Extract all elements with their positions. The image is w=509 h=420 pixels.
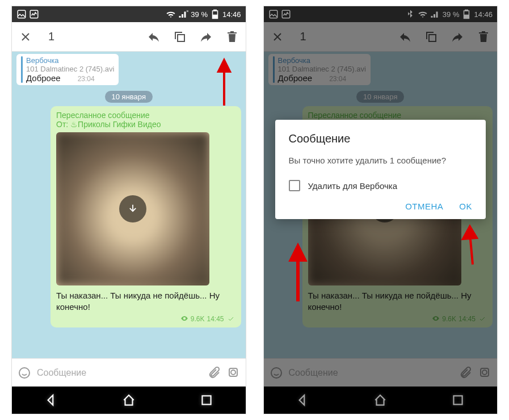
checkbox-label: Удалить для Вербочка [308, 181, 398, 191]
fwd-label: Пересланное сообщение [56, 111, 235, 120]
selection-actionbar: 1 [12, 22, 246, 52]
message-meta: 9.6K 14:45 [56, 314, 235, 324]
mic-icon[interactable] [226, 366, 240, 380]
delete-button[interactable] [224, 29, 240, 45]
forward-button[interactable] [198, 29, 214, 45]
reply-button[interactable] [146, 29, 162, 45]
phone-right: 39 % 14:46 1 Вербочка 101 Dalmatinec 2 (… [263, 6, 498, 414]
phone-left: × 39 % 14:46 1 Вербочка 101 Dalmatinec 2… [11, 6, 246, 414]
msg-time: 14:45 [207, 315, 224, 323]
time-text: 14:46 [222, 10, 241, 19]
ok-button[interactable]: OK [459, 201, 472, 211]
media-preview[interactable] [56, 132, 209, 285]
back-nav[interactable] [37, 390, 65, 410]
delete-dialog: Сообщение Вы точно хотите удалить 1 сооб… [275, 120, 486, 219]
message-input[interactable]: Сообщение [37, 368, 201, 378]
copy-button[interactable] [172, 29, 188, 45]
svg-rect-4 [214, 10, 217, 11]
caption: Ты наказан... Ты никуда не пойдёшь... Ну… [56, 290, 235, 313]
android-navbar [12, 387, 246, 414]
fwd-from: От: ♨Приколы Гифки Видео [56, 120, 235, 129]
checkbox[interactable] [289, 180, 300, 191]
close-button[interactable] [18, 29, 33, 45]
image-icon [16, 9, 27, 19]
dialog-title: Сообщение [289, 132, 473, 145]
forwarded-message[interactable]: Пересланное сообщение От: ♨Приколы Гифки… [51, 106, 241, 327]
cancel-button[interactable]: ОТМЕНА [405, 201, 443, 211]
svg-rect-10 [202, 396, 211, 404]
reply-file: 101 Dalmatinec 2 (745).avi [26, 65, 114, 73]
battery-icon [210, 9, 220, 19]
svg-point-9 [231, 370, 235, 375]
svg-point-7 [19, 368, 30, 378]
chat-area[interactable]: Вербочка 101 Dalmatinec 2 (745).avi Добр… [12, 52, 246, 358]
svg-text:×: × [187, 9, 189, 14]
dialog-body: Вы точно хотите удалить 1 сообщение? [289, 154, 473, 166]
selection-count: 1 [48, 30, 54, 43]
views-icon [180, 314, 188, 324]
input-row: Сообщение [12, 358, 246, 387]
delete-for-all-row[interactable]: Удалить для Вербочка [289, 180, 473, 191]
recent-nav[interactable] [192, 390, 221, 410]
views-count: 9.6K [191, 315, 205, 323]
reply-name: Вербочка [26, 56, 114, 65]
emoji-icon[interactable] [18, 366, 31, 380]
signal-icon: × [178, 9, 188, 19]
check-icon [226, 316, 235, 322]
svg-rect-5 [213, 15, 217, 18]
svg-rect-0 [18, 10, 26, 18]
download-button[interactable] [119, 195, 146, 222]
svg-rect-6 [178, 35, 184, 41]
status-bar: × 39 % 14:46 [12, 6, 246, 22]
attach-icon[interactable] [207, 366, 221, 380]
battery-text: 39 % [191, 10, 208, 19]
wifi-icon [166, 9, 176, 19]
date-chip: 10 января [105, 91, 153, 103]
home-nav[interactable] [115, 390, 143, 410]
reply-text: Доброее [26, 73, 61, 83]
reply-message[interactable]: Вербочка 101 Dalmatinec 2 (745).avi Добр… [16, 54, 119, 85]
reply-time: 23:04 [78, 75, 95, 83]
chart-icon [29, 9, 39, 19]
